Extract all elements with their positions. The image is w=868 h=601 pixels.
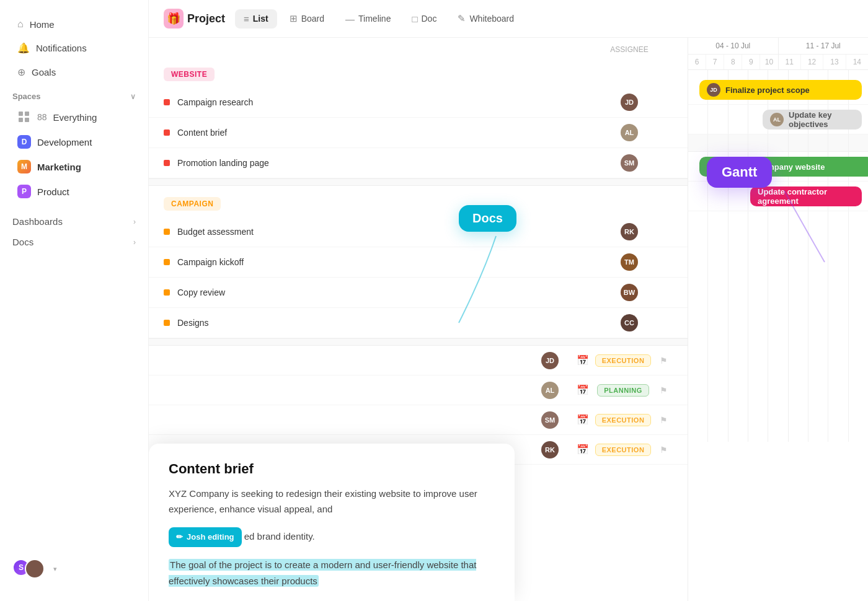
sidebar-notifications-label: Notifications xyxy=(36,43,87,53)
task-assignee-4: RK xyxy=(604,223,654,240)
sidebar-everything-label: Everything xyxy=(53,112,97,123)
bottom-status-1: EXECUTION xyxy=(592,354,654,367)
tab-doc-label: Doc xyxy=(422,14,437,24)
sidebar-item-docs[interactable]: Docs › xyxy=(0,232,148,252)
gantt-bar-contractor-label: Update contractor agreement xyxy=(758,187,854,206)
spaces-chevron-icon[interactable]: ∨ xyxy=(130,92,136,101)
docs-body-text-2: ✏ Josh editing ed brand identity. xyxy=(169,522,495,552)
bottom-status-2: PLANNING xyxy=(592,384,654,397)
sidebar-item-development[interactable]: D Development xyxy=(5,130,143,154)
tab-list[interactable]: ≡ List xyxy=(235,9,277,29)
sidebar-item-marketing[interactable]: M Marketing xyxy=(5,155,143,178)
gantt-tooltip: Gantt xyxy=(707,157,772,188)
tab-board[interactable]: ⊞ Board xyxy=(281,9,333,29)
execution-badge-1: EXECUTION xyxy=(595,354,652,367)
task-name-campaign-kickoff: Campaign kickoff xyxy=(177,257,604,267)
col-assignee-header: ASSIGNEE xyxy=(604,45,654,54)
task-dot-red-3 xyxy=(164,160,170,166)
marketing-icon: M xyxy=(17,160,31,173)
task-assignee-7: CC xyxy=(604,314,654,331)
sidebar-goals-label: Goals xyxy=(32,67,56,77)
sidebar-item-goals[interactable]: ⊕ Goals xyxy=(5,61,143,84)
bottom-cal-4: 📅 xyxy=(574,444,592,455)
bottom-avatar-4: RK xyxy=(541,441,559,458)
bar-avatar-1: JD xyxy=(707,83,720,97)
gantt-bar-finalize-label: Finalize project scope xyxy=(725,86,810,95)
sidebar-item-product[interactable]: P Product xyxy=(5,180,143,203)
website-section-header: WEBSITE xyxy=(149,56,688,87)
gantt-week1-label: 04 - 10 Jul xyxy=(688,38,779,54)
list-icon: ≡ xyxy=(244,14,249,24)
sidebar-bottom: S ▾ xyxy=(0,549,148,589)
sidebar-item-notifications[interactable]: 🔔 Notifications xyxy=(5,37,143,59)
project-logo: 🎁 xyxy=(164,9,184,29)
tab-timeline[interactable]: — Timeline xyxy=(337,9,399,29)
task-dot-red xyxy=(164,99,170,105)
sidebar-item-everything[interactable]: 88 Everything xyxy=(5,105,143,129)
docs-panel-body: XYZ Company is seeking to redesign their… xyxy=(169,486,495,589)
task-name-copy-review: Copy review xyxy=(177,287,604,297)
gantt-weeks: 04 - 10 Jul 11 - 17 Jul 6 7 8 9 10 11 xyxy=(688,38,868,69)
sidebar-product-label: Product xyxy=(37,186,69,197)
bottom-flag-4: ⚑ xyxy=(654,445,673,455)
task-row-copy-review[interactable]: Copy review BW xyxy=(149,278,688,308)
task-dot-orange-2 xyxy=(164,259,170,265)
dashboards-chevron-icon: › xyxy=(133,217,136,226)
product-icon: P xyxy=(17,185,31,198)
docs-highlight: The goal of the project is to create a m… xyxy=(169,559,476,587)
user-avatars: S xyxy=(12,559,45,579)
campaign-badge: CAMPAIGN xyxy=(164,197,221,211)
tab-timeline-label: Timeline xyxy=(358,14,391,24)
task-name-campaign-research: Campaign research xyxy=(177,97,604,107)
tab-board-label: Board xyxy=(301,14,324,24)
task-row-campaign-research[interactable]: Campaign research JD xyxy=(149,87,688,118)
day-8: 8 xyxy=(724,55,742,69)
task-name-content-brief: Content brief xyxy=(177,128,604,138)
bottom-cal-3: 📅 xyxy=(574,414,592,426)
tab-doc[interactable]: □ Doc xyxy=(403,9,445,29)
pencil-icon: ✏ xyxy=(176,530,183,544)
goals-icon: ⊕ xyxy=(17,66,25,78)
spaces-section-header: Spaces ∨ xyxy=(0,84,148,105)
gantt-week2-label: 11 - 17 Jul xyxy=(779,38,869,54)
task-row-designs[interactable]: Designs CC xyxy=(149,308,688,338)
gantt-row-1: JD Finalize project scope xyxy=(688,75,868,105)
task-dot-orange-4 xyxy=(164,320,170,326)
gantt-panel: 04 - 10 Jul 11 - 17 Jul 6 7 8 9 10 11 xyxy=(688,38,868,601)
gantt-week-labels: 04 - 10 Jul 11 - 17 Jul xyxy=(688,38,868,55)
day-6: 6 xyxy=(688,55,706,69)
development-icon: D xyxy=(17,135,31,149)
everything-icon xyxy=(17,110,31,124)
task-assignee-1: JD xyxy=(604,94,654,111)
avatar-2: AL xyxy=(621,124,638,141)
gantt-week2-days: 11 12 13 14 xyxy=(779,55,869,69)
task-row-campaign-kickoff[interactable]: Campaign kickoff TM xyxy=(149,247,688,278)
column-headers: ASSIGNEE xyxy=(149,38,688,56)
sidebar-item-home[interactable]: ⌂ Home xyxy=(5,13,143,35)
section-divider-1 xyxy=(149,178,688,186)
tab-whiteboard[interactable]: ✎ Whiteboard xyxy=(449,9,523,29)
user-chevron-icon[interactable]: ▾ xyxy=(53,565,57,573)
bottom-flag-2: ⚑ xyxy=(654,385,673,395)
bottom-status-3: EXECUTION xyxy=(592,414,654,426)
bottom-row-2: AL 📅 PLANNING ⚑ xyxy=(149,375,688,405)
docs-panel: Content brief XYZ Company is seeking to … xyxy=(149,444,515,601)
day-10: 10 xyxy=(760,55,777,69)
sidebar-item-dashboards[interactable]: Dashboards › xyxy=(0,211,148,232)
gantt-tooltip-label: Gantt xyxy=(722,164,757,180)
execution-badge-2: EXECUTION xyxy=(595,414,652,426)
bottom-flag-3: ⚑ xyxy=(654,415,673,425)
avatar-6: BW xyxy=(621,284,638,301)
bottom-avatar-1: JD xyxy=(541,352,559,369)
task-name-budget: Budget assessment xyxy=(177,227,604,237)
campaign-section-header: CAMPAIGN xyxy=(149,186,688,217)
bottom-cal-2: 📅 xyxy=(574,384,592,396)
bottom-row-3: SM 📅 EXECUTION ⚑ xyxy=(149,405,688,435)
gantt-bar-objectives-label: Update key objectives xyxy=(789,110,854,129)
task-row-budget[interactable]: Budget assessment RK xyxy=(149,217,688,247)
gantt-bar-objectives: AL Update key objectives xyxy=(763,110,862,129)
task-row-promotion[interactable]: Promotion landing page SM xyxy=(149,148,688,178)
docs-body-inline: ✏ Josh editing ed brand identity. xyxy=(169,522,315,552)
task-row-content-brief[interactable]: Content brief AL xyxy=(149,118,688,148)
docs-tooltip: Docs xyxy=(459,205,516,232)
